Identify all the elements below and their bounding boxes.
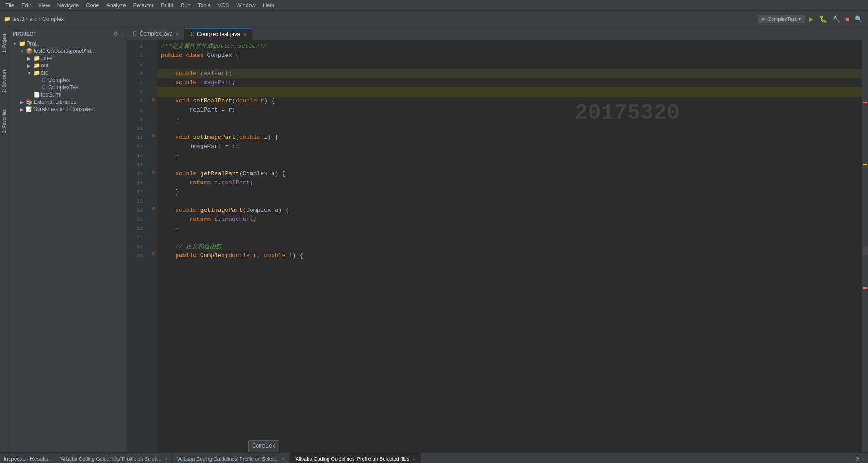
tree-item-scratches[interactable]: ▶ 📝 Scratches and Consoles [9,106,127,113]
sidebar-settings-icon[interactable]: ⚙ [113,31,118,37]
editor-area: C Complex.java ✕ C ComplexTest.java ✕ 1 … [127,27,868,452]
run-button[interactable]: ▶ [807,15,816,24]
ln-24: 24 [127,251,146,260]
java-icon-complextest: C [40,84,47,91]
inspection-tab-1-label: 'Alibaba Coding Guidelines' Profile on S… [60,456,161,462]
menu-file[interactable]: File [2,1,18,10]
menu-tools[interactable]: Tools [194,1,214,10]
bottom-panel: Inspection Results: 'Alibaba Coding Guid… [0,452,868,463]
tree-arrow-test3: ▾ [18,49,25,54]
inspection-tab-3-close[interactable]: ✕ [412,457,416,461]
ln-10: 10 [127,124,146,133]
ln-7: 7 [127,97,146,106]
folder-icon-src: 📁 [33,70,40,76]
run-configuration[interactable]: ▶ ComplexTest ▾ [758,15,805,23]
tree-item-complex[interactable]: C Complex [9,76,127,84]
ln-13: 13 [127,151,146,160]
tab-close-complex[interactable]: ✕ [175,31,179,36]
ln-9: 9 [127,115,146,124]
menu-build[interactable]: Build [157,1,177,10]
stop-button[interactable]: ■ [844,15,851,24]
inspection-tab-2[interactable]: 'Alibaba Coding Guidelines' Profile on S… [173,453,290,463]
code-content[interactable]: 20175320 /**定义属性并生成getter,setter*/ publi… [157,40,862,452]
search-button[interactable]: 🔍 [853,15,864,24]
main-layout: 1: Project 2: Structure 2: Favorites Pro… [0,27,868,452]
tree-item-out[interactable]: ▶ 📁 out [9,62,127,69]
error-indicator-2 [863,287,867,289]
inspection-settings[interactable]: ⚙ − [855,456,864,462]
tree-label-scratches: Scratches and Consoles [34,106,93,112]
tab-close-complextest[interactable]: ✕ [243,32,247,37]
project-tab[interactable]: 1: Project [2,31,7,56]
tab-icon-complex: C [133,31,137,37]
inspection-tab-3[interactable]: 'Alibaba Coding Guidelines' Profile on S… [290,453,421,463]
tab-complex-java[interactable]: C Complex.java ✕ [127,28,185,40]
structure-tab[interactable]: 2: Structure [2,66,7,96]
project-sidebar: Project ⚙ − ▾ 📁 Proj... ▾ 📦 test3 C:\Use… [9,27,127,452]
build-button[interactable]: 🔨 [831,15,842,24]
menu-code[interactable]: Code [82,1,103,10]
inspection-tab-1-close[interactable]: ✕ [164,457,168,461]
menu-window[interactable]: Window [232,1,259,10]
tree-item-libraries[interactable]: ▶ 📚 External Libraries [9,98,127,106]
tree-item-iml[interactable]: 📄 test3.iml [9,91,127,98]
tree-arrow-scratches: ▶ [18,107,25,112]
tree-label-libraries: External Libraries [34,99,76,105]
code-line-15: double getRealPart(Complex a) { [157,169,862,178]
tree-item-test3[interactable]: ▾ 📦 test3 C:\Users\gong9\Id... [9,47,127,55]
code-line-13: } [157,151,862,160]
warning-indicator-1 [863,164,867,165]
sidebar-minimize-icon[interactable]: − [120,31,123,37]
ln-14: 14 [127,160,146,169]
tree-item-idea[interactable]: ▶ 📁 .idea [9,55,127,62]
ln-6: 6 [127,87,146,97]
tab-complextest-java[interactable]: C ComplexTest.java ✕ [185,28,252,40]
ln-16: 16 [127,178,146,188]
editor-tab-bar: C Complex.java ✕ C ComplexTest.java ✕ [127,27,868,40]
code-line-20: return a.imagePart; [157,215,862,224]
breadcrumb-src[interactable]: src [30,16,37,22]
code-line-10 [157,124,862,133]
menu-analyze[interactable]: Analyze [103,1,130,10]
bottom-tab-bar: Inspection Results: 'Alibaba Coding Guid… [0,453,868,463]
ln-18: 18 [127,197,146,206]
scratches-icon: 📝 [25,106,33,112]
tree-item-complextest[interactable]: C ComplexTest [9,84,127,91]
inspection-tab-1[interactable]: 'Alibaba Coding Guidelines' Profile on S… [55,453,172,463]
menu-refactor[interactable]: Refactor [130,1,157,10]
ln-8: 8 [127,106,146,115]
project-tree: ▾ 📁 Proj... ▾ 📦 test3 C:\Users\gong9\Id.… [9,40,127,452]
module-icon: 📦 [25,48,33,54]
menu-vcs[interactable]: VCS [214,1,233,10]
scroll-thumb[interactable] [863,246,868,255]
code-editor[interactable]: 1 2 3 4 5 6 7 8 9 10 11 12 13 14 15 16 1 [127,40,862,452]
tree-label-idea: .idea [41,55,53,61]
menu-run[interactable]: Run [177,1,194,10]
favorites-tab[interactable]: 2: Favorites [2,107,7,136]
menu-view[interactable]: View [35,1,54,10]
tree-item-project[interactable]: ▾ 📁 Proj... [9,40,127,47]
run-config-dropdown-icon[interactable]: ▾ [798,16,801,22]
tree-label-test3: test3 C:\Users\gong9\Id... [34,48,96,54]
project-icon: 📁 [4,16,10,22]
error-indicator-1 [863,102,867,103]
breadcrumb-file[interactable]: Complex [42,16,64,22]
toolbar: 📁 test3 › src › Complex ▶ ComplexTest ▾ … [0,11,868,27]
code-line-24: public Complex(double r, double i) { [157,251,862,260]
code-line-18 [157,197,862,206]
code-line-3 [157,60,862,69]
code-line-12: imagePart = i; [157,142,862,151]
code-line-8: realPart = r; [157,106,862,115]
tree-item-src[interactable]: ▾ 📁 src [9,69,127,76]
inspection-tab-2-close[interactable]: ✕ [282,457,285,461]
sidebar-header: Project ⚙ − [9,27,127,40]
breadcrumb-project[interactable]: test3 [12,16,24,22]
menu-navigate[interactable]: Navigate [54,1,82,10]
code-line-16: return a.realPart; [157,178,862,188]
debug-button[interactable]: 🐛 [818,15,829,24]
menu-edit[interactable]: Edit [18,1,35,10]
ln-2: 2 [127,51,146,60]
run-config-icon: ▶ [762,16,766,22]
code-line-4: double realPart; [157,69,862,78]
menu-help[interactable]: Help [259,1,278,10]
